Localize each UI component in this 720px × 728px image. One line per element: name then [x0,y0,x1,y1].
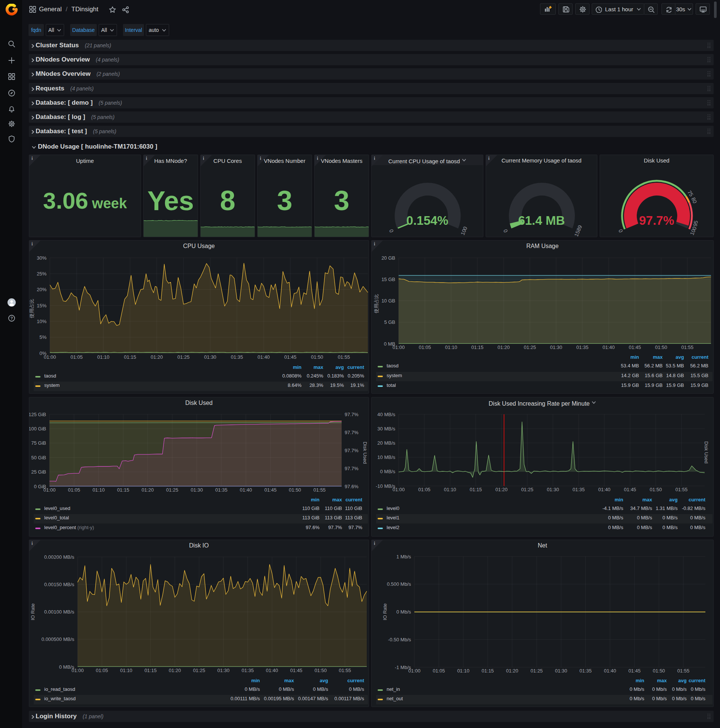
svg-text:01:15: 01:15 [470,487,482,492]
svg-text:01:05: 01:05 [433,668,445,674]
svg-text:01:35: 01:35 [573,487,585,492]
svg-text:01:40: 01:40 [239,487,252,493]
svg-text:01:55: 01:55 [314,487,326,493]
svg-text:01:40: 01:40 [604,668,616,674]
svg-text:01:15: 01:15 [471,344,484,350]
svg-text:01:30: 01:30 [555,668,567,674]
svg-text:01:25: 01:25 [524,344,536,350]
svg-text:0.00100 MB/s: 0.00100 MB/s [44,609,75,615]
svg-text:0.00150 MB/s: 0.00150 MB/s [44,582,75,587]
svg-text:01:25: 01:25 [177,354,190,360]
svg-text:0: 0 [388,228,395,233]
svg-text:01:35: 01:35 [580,668,592,674]
svg-text:01:35: 01:35 [577,344,589,350]
svg-text:01:20: 01:20 [497,344,510,350]
svg-text:01:00: 01:00 [44,487,56,493]
svg-text:01:55: 01:55 [338,354,350,360]
svg-text:0.000500 MB/s: 0.000500 MB/s [42,636,75,642]
svg-text:01:00: 01:00 [44,354,56,360]
svg-text:100 GiB: 100 GiB [29,426,46,431]
svg-text:10 GB: 10 GB [381,298,395,304]
svg-text:01:10: 01:10 [97,354,110,360]
svg-text:01:10: 01:10 [120,668,133,673]
svg-text:25%: 25% [37,271,46,277]
svg-text:01:00: 01:00 [393,344,405,350]
svg-text:20%: 20% [37,287,46,292]
svg-text:01:40: 01:40 [603,344,615,350]
svg-text:0 Mb/s: 0 Mb/s [397,609,411,615]
svg-text:01:40: 01:40 [266,668,278,673]
svg-text:30%: 30% [37,255,46,261]
svg-text:01:50: 01:50 [653,668,665,674]
svg-text:01:40: 01:40 [598,487,610,492]
svg-text:01:00: 01:00 [408,668,421,674]
svg-text:01:05: 01:05 [418,487,430,492]
svg-text:01:35: 01:35 [215,487,227,493]
svg-text:97.7%: 97.7% [345,466,358,471]
svg-text:20 MB/s: 20 MB/s [377,440,395,446]
svg-text:01:55: 01:55 [677,668,689,674]
svg-text:01:30: 01:30 [550,344,563,350]
svg-text:5%: 5% [40,334,46,340]
svg-text:01:05: 01:05 [419,344,431,350]
svg-text:15%: 15% [37,303,46,309]
svg-text:01:45: 01:45 [264,487,277,493]
svg-text:01:10: 01:10 [93,487,105,493]
svg-text:01:30: 01:30 [217,668,229,673]
svg-text:125 GiB: 125 GiB [29,411,46,417]
svg-text:97.7%: 97.7% [345,411,358,417]
svg-text:0: 0 [617,228,624,233]
svg-text:75: 75 [686,189,694,197]
svg-text:01:50: 01:50 [650,487,662,492]
svg-text:01:15: 01:15 [124,354,136,360]
svg-text:01:30: 01:30 [547,487,559,492]
svg-text:01:50: 01:50 [289,487,301,493]
svg-text:01:20: 01:20 [142,487,154,493]
svg-text:-0.50 Mb/s: -0.50 Mb/s [388,637,411,642]
svg-text:01:15: 01:15 [117,487,130,493]
svg-text:40 MB/s: 40 MB/s [377,411,395,417]
svg-text:01:35: 01:35 [231,354,243,360]
svg-text:01:55: 01:55 [675,487,688,492]
svg-text:30 MB/s: 30 MB/s [377,426,395,431]
svg-text:75 GiB: 75 GiB [31,440,46,446]
svg-text:01:45: 01:45 [284,354,297,360]
svg-text:10 MB/s: 10 MB/s [377,454,395,460]
svg-text:5 GB: 5 GB [384,319,395,325]
svg-text:01:20: 01:20 [495,487,508,492]
svg-text:01:55: 01:55 [339,668,351,673]
svg-text:01:30: 01:30 [204,354,217,360]
svg-text:01:25: 01:25 [521,487,534,492]
svg-text:01:15: 01:15 [144,668,157,673]
svg-text:01:10: 01:10 [444,487,456,492]
svg-text:01:45: 01:45 [290,668,303,673]
svg-text:01:20: 01:20 [151,354,163,360]
svg-text:01:30: 01:30 [191,487,203,493]
svg-text:01:10: 01:10 [445,344,458,350]
svg-text:?: ? [11,316,13,320]
svg-text:0: 0 [502,228,509,233]
svg-text:20 GB: 20 GB [381,255,395,261]
svg-text:0.00200 MB/s: 0.00200 MB/s [44,554,75,560]
svg-text:97.7%: 97.7% [345,448,358,453]
svg-text:01:50: 01:50 [655,344,668,350]
svg-text:01:05: 01:05 [70,354,83,360]
svg-text:0 MB/s: 0 MB/s [380,469,396,474]
svg-text:01:05: 01:05 [96,668,108,673]
svg-text:01:25: 01:25 [166,487,178,493]
svg-text:01:00: 01:00 [393,487,405,492]
svg-text:25 GiB: 25 GiB [31,469,46,475]
svg-text:01:35: 01:35 [241,668,254,673]
svg-text:10%: 10% [37,318,46,324]
svg-text:01:50: 01:50 [315,668,327,673]
svg-text:97.6%: 97.6% [345,484,358,489]
svg-text:01:15: 01:15 [482,668,494,674]
svg-text:01:45: 01:45 [628,668,641,674]
svg-text:01:20: 01:20 [169,668,181,673]
svg-text:01:45: 01:45 [629,344,641,350]
svg-text:80: 80 [690,197,698,205]
svg-text:97.7%: 97.7% [345,430,358,435]
svg-text:01:00: 01:00 [72,668,84,673]
svg-text:0.500 Mb/s: 0.500 Mb/s [387,581,411,587]
svg-text:01:25: 01:25 [531,668,543,674]
